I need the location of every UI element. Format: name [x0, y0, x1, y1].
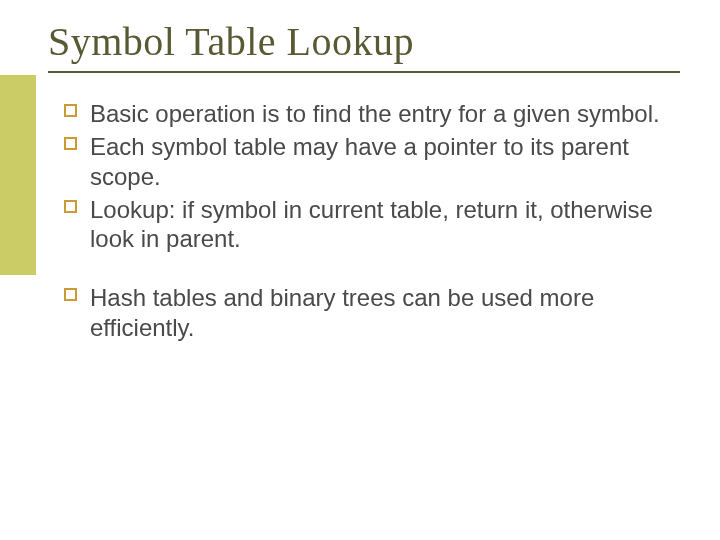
accent-bar: [0, 75, 36, 275]
bullet-list: Basic operation is to find the entry for…: [48, 99, 680, 342]
list-item: Hash tables and binary trees can be used…: [64, 283, 680, 342]
bullet-text: Lookup: if symbol in current table, retu…: [90, 196, 653, 252]
list-item: Each symbol table may have a pointer to …: [64, 132, 680, 191]
slide: Symbol Table Lookup Basic operation is t…: [0, 0, 720, 540]
title-underline: [48, 71, 680, 73]
bullet-text: Hash tables and binary trees can be used…: [90, 284, 594, 340]
square-bullet-icon: [64, 288, 77, 301]
square-bullet-icon: [64, 137, 77, 150]
list-item: Lookup: if symbol in current table, retu…: [64, 195, 680, 254]
slide-title: Symbol Table Lookup: [48, 18, 680, 65]
square-bullet-icon: [64, 104, 77, 117]
list-item: Basic operation is to find the entry for…: [64, 99, 680, 128]
bullet-text: Basic operation is to find the entry for…: [90, 100, 660, 127]
bullet-text: Each symbol table may have a pointer to …: [90, 133, 629, 189]
square-bullet-icon: [64, 200, 77, 213]
